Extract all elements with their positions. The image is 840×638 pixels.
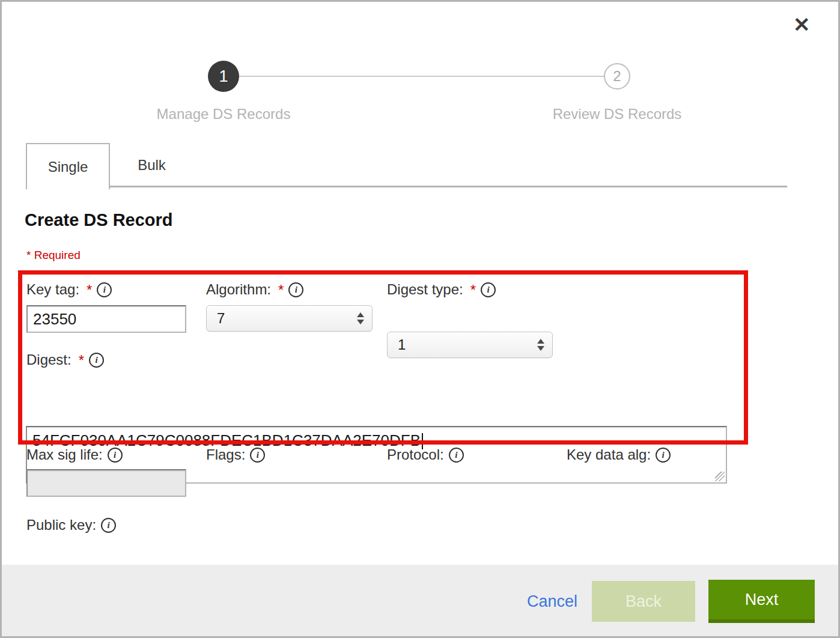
create-ds-record-modal: ✕ 1 2 Manage DS Records Review DS Record… — [0, 0, 840, 638]
info-icon[interactable]: i — [101, 518, 116, 533]
info-icon[interactable]: i — [481, 282, 496, 297]
required-note: * Required — [26, 249, 81, 262]
tab-bulk[interactable]: Bulk — [111, 144, 192, 186]
algorithm-select[interactable]: 7 — [206, 305, 373, 332]
back-button-label: Back — [625, 592, 662, 611]
protocol-label-row: Protocol: i — [387, 445, 464, 464]
step-1-label: Manage DS Records — [103, 106, 344, 123]
highlight-rectangle — [18, 270, 748, 445]
flags-label-row: Flags: i — [206, 445, 265, 464]
next-button[interactable]: Next — [708, 580, 815, 623]
step-2-number: 2 — [613, 68, 621, 85]
info-icon[interactable]: i — [89, 353, 104, 368]
tab-single[interactable]: Single — [26, 143, 110, 189]
step-1-number: 1 — [219, 67, 228, 86]
stepper-connector-line — [224, 76, 618, 77]
digest-type-label: Digest type: — [387, 281, 463, 298]
info-icon[interactable]: i — [449, 448, 464, 463]
info-icon[interactable]: i — [250, 448, 265, 463]
flags-label: Flags: — [206, 446, 245, 463]
resize-handle-icon[interactable] — [715, 472, 725, 481]
select-arrows-icon — [357, 312, 364, 324]
next-button-label: Next — [745, 591, 779, 609]
max-sig-life-label: Max sig life: — [26, 446, 103, 463]
max-sig-life-input[interactable] — [26, 469, 186, 497]
cancel-button[interactable]: Cancel — [527, 592, 577, 611]
key-tag-label: Key tag: — [26, 281, 79, 298]
page-title: Create DS Record — [25, 210, 173, 230]
required-asterisk: * — [79, 353, 84, 368]
algorithm-label-row: Algorithm: * i — [206, 280, 303, 299]
algorithm-label: Algorithm: — [206, 281, 271, 298]
required-asterisk: * — [87, 283, 92, 297]
info-icon[interactable]: i — [108, 448, 123, 463]
back-button[interactable]: Back — [592, 581, 695, 622]
required-asterisk: * — [278, 283, 284, 297]
info-icon[interactable]: i — [97, 282, 112, 297]
key-tag-value: 23550 — [33, 310, 76, 329]
select-arrows-icon — [537, 339, 544, 351]
digest-label-row: Digest: * i — [26, 350, 104, 369]
digest-label: Digest: — [26, 351, 72, 368]
key-tag-input[interactable]: 23550 — [26, 305, 186, 333]
key-tag-label-row: Key tag: * i — [26, 280, 112, 299]
max-sig-life-label-row: Max sig life: i — [26, 445, 123, 464]
public-key-label-row: Public key: i — [26, 515, 116, 535]
step-2-circle: 2 — [604, 63, 630, 90]
tab-bulk-label: Bulk — [138, 157, 166, 174]
close-icon[interactable]: ✕ — [793, 14, 811, 35]
key-data-alg-label-row: Key data alg: i — [567, 445, 671, 464]
digest-type-select[interactable]: 1 — [387, 332, 553, 358]
modal-footer: Cancel Back Next — [0, 565, 840, 638]
public-key-label: Public key: — [26, 517, 96, 533]
digest-type-label-row: Digest type: * i — [387, 280, 496, 299]
key-data-alg-label: Key data alg: — [567, 446, 651, 463]
protocol-label: Protocol: — [387, 446, 444, 463]
required-asterisk: * — [470, 283, 476, 297]
tab-single-label: Single — [48, 159, 88, 175]
step-2-label: Review DS Records — [497, 106, 737, 123]
algorithm-selected-value: 7 — [217, 310, 225, 327]
info-icon[interactable]: i — [656, 448, 671, 463]
step-1-circle: 1 — [208, 61, 239, 92]
info-icon[interactable]: i — [288, 282, 303, 297]
digest-type-selected-value: 1 — [398, 336, 406, 353]
